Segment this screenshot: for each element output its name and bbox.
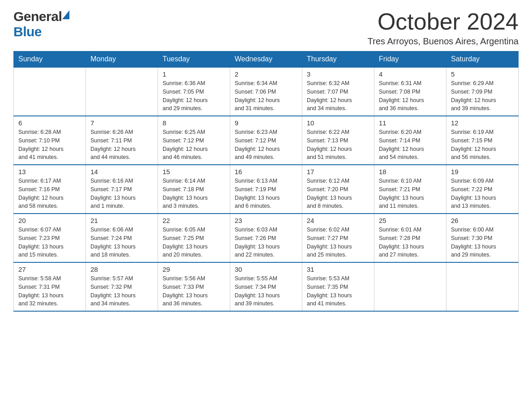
calendar-cell: 3Sunrise: 6:32 AM Sunset: 7:07 PM Daylig…	[302, 67, 374, 116]
day-number: 25	[379, 217, 442, 224]
day-info: Sunrise: 5:53 AM Sunset: 7:35 PM Dayligh…	[307, 274, 369, 308]
calendar-cell: 20Sunrise: 6:07 AM Sunset: 7:23 PM Dayli…	[14, 214, 86, 262]
day-number: 19	[451, 168, 514, 176]
calendar-cell	[374, 262, 446, 311]
calendar-cell: 10Sunrise: 6:22 AM Sunset: 7:13 PM Dayli…	[302, 116, 374, 165]
day-info: Sunrise: 6:13 AM Sunset: 7:19 PM Dayligh…	[235, 177, 297, 210]
calendar-cell: 11Sunrise: 6:20 AM Sunset: 7:14 PM Dayli…	[374, 116, 446, 165]
day-number: 30	[235, 265, 297, 273]
calendar-day-header: Friday	[374, 51, 446, 68]
day-number: 16	[235, 168, 297, 176]
day-info: Sunrise: 6:25 AM Sunset: 7:12 PM Dayligh…	[163, 128, 225, 162]
calendar-cell: 18Sunrise: 6:10 AM Sunset: 7:21 PM Dayli…	[374, 165, 446, 214]
day-info: Sunrise: 5:58 AM Sunset: 7:31 PM Dayligh…	[18, 274, 81, 308]
calendar-cell: 5Sunrise: 6:29 AM Sunset: 7:09 PM Daylig…	[446, 67, 519, 116]
calendar-cell: 12Sunrise: 6:19 AM Sunset: 7:15 PM Dayli…	[446, 116, 519, 165]
calendar-cell: 28Sunrise: 5:57 AM Sunset: 7:32 PM Dayli…	[86, 262, 158, 311]
day-number: 6	[18, 119, 81, 127]
day-info: Sunrise: 6:20 AM Sunset: 7:14 PM Dayligh…	[379, 128, 442, 162]
calendar-week-row: 6Sunrise: 6:28 AM Sunset: 7:10 PM Daylig…	[14, 116, 519, 165]
calendar-cell: 13Sunrise: 6:17 AM Sunset: 7:16 PM Dayli…	[14, 165, 86, 214]
day-number: 4	[379, 70, 442, 78]
day-number: 29	[163, 265, 225, 273]
calendar-cell	[446, 262, 519, 311]
calendar-cell: 30Sunrise: 5:55 AM Sunset: 7:34 PM Dayli…	[230, 262, 302, 311]
day-info: Sunrise: 6:26 AM Sunset: 7:11 PM Dayligh…	[90, 128, 153, 162]
day-number: 9	[235, 119, 297, 127]
calendar-cell: 1Sunrise: 6:36 AM Sunset: 7:05 PM Daylig…	[158, 67, 230, 116]
day-info: Sunrise: 6:16 AM Sunset: 7:17 PM Dayligh…	[90, 177, 153, 210]
day-number: 31	[307, 265, 369, 273]
calendar-day-header: Monday	[86, 51, 158, 68]
calendar-cell: 2Sunrise: 6:34 AM Sunset: 7:06 PM Daylig…	[230, 67, 302, 116]
day-info: Sunrise: 6:00 AM Sunset: 7:30 PM Dayligh…	[451, 226, 514, 259]
day-number: 7	[90, 119, 153, 127]
day-number: 11	[379, 119, 442, 127]
calendar-day-header: Tuesday	[158, 51, 230, 68]
calendar-cell: 22Sunrise: 6:05 AM Sunset: 7:25 PM Dayli…	[158, 214, 230, 262]
day-info: Sunrise: 6:36 AM Sunset: 7:05 PM Dayligh…	[163, 79, 225, 113]
day-number: 26	[451, 217, 514, 224]
logo-general-text: General	[13, 9, 62, 24]
logo-blue-text: Blue	[13, 24, 42, 39]
day-info: Sunrise: 6:02 AM Sunset: 7:27 PM Dayligh…	[307, 226, 369, 259]
day-info: Sunrise: 5:55 AM Sunset: 7:34 PM Dayligh…	[235, 274, 297, 308]
day-info: Sunrise: 6:12 AM Sunset: 7:20 PM Dayligh…	[307, 177, 369, 210]
day-number: 13	[18, 168, 81, 176]
day-info: Sunrise: 5:56 AM Sunset: 7:33 PM Dayligh…	[163, 274, 225, 308]
calendar-cell: 14Sunrise: 6:16 AM Sunset: 7:17 PM Dayli…	[86, 165, 158, 214]
day-info: Sunrise: 6:01 AM Sunset: 7:28 PM Dayligh…	[379, 226, 442, 259]
calendar-cell: 25Sunrise: 6:01 AM Sunset: 7:28 PM Dayli…	[374, 214, 446, 262]
day-number: 8	[163, 119, 225, 127]
day-info: Sunrise: 6:03 AM Sunset: 7:26 PM Dayligh…	[235, 226, 297, 259]
calendar-week-row: 13Sunrise: 6:17 AM Sunset: 7:16 PM Dayli…	[14, 165, 519, 214]
calendar-cell: 29Sunrise: 5:56 AM Sunset: 7:33 PM Dayli…	[158, 262, 230, 311]
day-number: 28	[90, 265, 153, 273]
day-info: Sunrise: 6:32 AM Sunset: 7:07 PM Dayligh…	[307, 79, 369, 113]
calendar-week-row: 20Sunrise: 6:07 AM Sunset: 7:23 PM Dayli…	[14, 214, 519, 262]
day-info: Sunrise: 6:28 AM Sunset: 7:10 PM Dayligh…	[18, 128, 81, 162]
day-info: Sunrise: 6:05 AM Sunset: 7:25 PM Dayligh…	[163, 226, 225, 259]
day-number: 2	[235, 70, 297, 78]
day-number: 12	[451, 119, 514, 127]
day-info: Sunrise: 6:07 AM Sunset: 7:23 PM Dayligh…	[18, 226, 81, 259]
day-info: Sunrise: 6:22 AM Sunset: 7:13 PM Dayligh…	[307, 128, 369, 162]
main-title: October 2024	[368, 9, 519, 34]
day-info: Sunrise: 6:29 AM Sunset: 7:09 PM Dayligh…	[451, 79, 514, 113]
day-number: 21	[90, 217, 153, 224]
calendar-cell: 24Sunrise: 6:02 AM Sunset: 7:27 PM Dayli…	[302, 214, 374, 262]
calendar-cell: 21Sunrise: 6:06 AM Sunset: 7:24 PM Dayli…	[86, 214, 158, 262]
subtitle: Tres Arroyos, Buenos Aires, Argentina	[368, 36, 519, 47]
day-info: Sunrise: 6:19 AM Sunset: 7:15 PM Dayligh…	[451, 128, 514, 162]
calendar-cell: 4Sunrise: 6:31 AM Sunset: 7:08 PM Daylig…	[374, 67, 446, 116]
calendar-table: SundayMondayTuesdayWednesdayThursdayFrid…	[13, 51, 519, 312]
day-number: 14	[90, 168, 153, 176]
day-info: Sunrise: 6:17 AM Sunset: 7:16 PM Dayligh…	[18, 177, 81, 210]
calendar-cell: 16Sunrise: 6:13 AM Sunset: 7:19 PM Dayli…	[230, 165, 302, 214]
day-number: 5	[451, 70, 514, 78]
calendar-cell: 6Sunrise: 6:28 AM Sunset: 7:10 PM Daylig…	[14, 116, 86, 165]
day-info: Sunrise: 6:34 AM Sunset: 7:06 PM Dayligh…	[235, 79, 297, 113]
calendar-cell: 9Sunrise: 6:23 AM Sunset: 7:12 PM Daylig…	[230, 116, 302, 165]
calendar-cell: 19Sunrise: 6:09 AM Sunset: 7:22 PM Dayli…	[446, 165, 519, 214]
day-number: 10	[307, 119, 369, 127]
day-number: 17	[307, 168, 369, 176]
day-info: Sunrise: 6:23 AM Sunset: 7:12 PM Dayligh…	[235, 128, 297, 162]
day-number: 27	[18, 265, 81, 273]
calendar-week-row: 1Sunrise: 6:36 AM Sunset: 7:05 PM Daylig…	[14, 67, 519, 116]
calendar-cell: 23Sunrise: 6:03 AM Sunset: 7:26 PM Dayli…	[230, 214, 302, 262]
day-number: 22	[163, 217, 225, 224]
logo-arrow-icon	[62, 10, 69, 19]
day-info: Sunrise: 6:09 AM Sunset: 7:22 PM Dayligh…	[451, 177, 514, 210]
calendar-cell: 27Sunrise: 5:58 AM Sunset: 7:31 PM Dayli…	[14, 262, 86, 311]
calendar-day-header: Wednesday	[230, 51, 302, 68]
calendar-day-header: Thursday	[302, 51, 374, 68]
day-number: 23	[235, 217, 297, 224]
day-number: 15	[163, 168, 225, 176]
calendar-day-header: Saturday	[446, 51, 519, 68]
calendar-cell	[14, 67, 86, 116]
calendar-cell	[86, 67, 158, 116]
calendar-cell: 26Sunrise: 6:00 AM Sunset: 7:30 PM Dayli…	[446, 214, 519, 262]
page-header: General Blue October 2024 Tres Arroyos, …	[13, 9, 519, 47]
day-number: 1	[163, 70, 225, 78]
